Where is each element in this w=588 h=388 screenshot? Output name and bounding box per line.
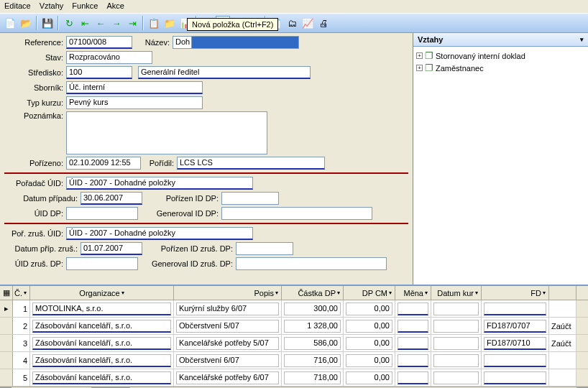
- save-icon[interactable]: 💾: [40, 16, 55, 30]
- poridil-input[interactable]: LCS LCS: [177, 157, 325, 170]
- new-icon[interactable]: 📄: [3, 16, 17, 30]
- porizrus-input[interactable]: [236, 242, 293, 255]
- cell-mena[interactable]: [395, 352, 431, 369]
- porizen-input[interactable]: [221, 192, 279, 205]
- col-mena[interactable]: Měna▾: [395, 286, 431, 300]
- datzrus-input[interactable]: 01.07.2007: [81, 242, 142, 255]
- menu-funkce[interactable]: Funkce: [72, 1, 98, 11]
- refresh-icon[interactable]: ↻: [62, 16, 76, 30]
- stredisko-text[interactable]: Generální ředitel: [138, 66, 311, 79]
- grid-scroll-up[interactable]: [576, 286, 588, 300]
- cell-org[interactable]: Zásobování kanceláří, s.r.o.: [30, 352, 174, 369]
- gen-input[interactable]: [221, 207, 372, 220]
- cell-mena[interactable]: [395, 335, 431, 351]
- print-icon[interactable]: 🖨: [316, 16, 331, 30]
- cell-fd[interactable]: [482, 352, 549, 369]
- prev-icon[interactable]: ←: [93, 16, 108, 30]
- cell-datk[interactable]: [431, 318, 482, 334]
- uiddp-input[interactable]: [66, 207, 138, 220]
- cell-org[interactable]: Zásobování kanceláří, s.r.o.: [30, 318, 174, 334]
- cell-mena[interactable]: [395, 369, 431, 386]
- row-handle[interactable]: [0, 369, 13, 386]
- table-row[interactable]: 4Zásobování kanceláří, s.r.o.Občerstvení…: [0, 352, 588, 369]
- chart2-icon[interactable]: 📈: [300, 16, 315, 30]
- cell-castka[interactable]: 1 328,00: [282, 318, 344, 334]
- cell-fd[interactable]: FD187/0710: [482, 335, 549, 351]
- next-icon[interactable]: →: [109, 16, 124, 30]
- cell-dpcm[interactable]: 0,00: [344, 318, 395, 334]
- cell-castka[interactable]: 718,00: [282, 369, 344, 386]
- cell-castka[interactable]: 586,00: [282, 335, 344, 351]
- col-dpcm[interactable]: DP CM▾: [344, 286, 395, 300]
- cell-datk[interactable]: [431, 352, 482, 369]
- cell-datk[interactable]: [431, 335, 482, 351]
- folder-icon[interactable]: 📁: [162, 16, 177, 30]
- paste-icon[interactable]: 📋: [147, 16, 161, 30]
- nazev-input-selected[interactable]: [191, 36, 299, 49]
- col-datk[interactable]: Datum kur▾: [431, 286, 482, 300]
- table-row[interactable]: ▸1MOTOLINKA, s.r.o.Kurýrní služby 6/0730…: [0, 300, 588, 318]
- col-popis[interactable]: Popis▾: [174, 286, 282, 300]
- row-handle[interactable]: [0, 352, 13, 369]
- cell-org[interactable]: Zásobování kanceláří, s.r.o.: [30, 335, 174, 351]
- cell-dpcm[interactable]: 0,00: [344, 369, 395, 386]
- genzrus-input[interactable]: [236, 257, 387, 270]
- sbornik-input[interactable]: Úč. interní: [66, 81, 203, 94]
- porzrus-input[interactable]: ÚID - 2007 - Dohadné položky: [66, 227, 253, 240]
- cell-dpcm[interactable]: 0,00: [344, 335, 395, 351]
- poznamka-input[interactable]: [66, 111, 267, 154]
- cell-datk[interactable]: [431, 369, 482, 386]
- expand-icon[interactable]: +: [416, 65, 423, 71]
- chevron-down-icon[interactable]: ▾: [580, 36, 584, 43]
- folder2-icon[interactable]: 🗂: [285, 16, 299, 30]
- col-fd[interactable]: FD▾: [482, 286, 549, 300]
- cell-popis[interactable]: Občerstvení 5/07: [174, 318, 282, 334]
- tree-item-zamest[interactable]: + ❐ Zaměstnanec: [416, 62, 585, 74]
- cell-popis[interactable]: Kancelářské potřeby 5/07: [174, 335, 282, 351]
- cell-castka[interactable]: 716,00: [282, 352, 344, 369]
- menu-vztahy[interactable]: Vztahy: [40, 1, 64, 11]
- menu-akce[interactable]: Akce: [106, 1, 124, 11]
- table-row[interactable]: 5Zásobování kanceláří, s.r.o.Kancelářské…: [0, 369, 588, 387]
- stav-input[interactable]: Rozpracováno: [66, 51, 152, 64]
- col-extra[interactable]: [549, 286, 576, 300]
- porizeno-input[interactable]: 02.10.2009 12:55: [66, 157, 141, 170]
- cell-popis[interactable]: Občerstvení 6/07: [174, 352, 282, 369]
- cell-fd[interactable]: [482, 300, 549, 317]
- cell-castka[interactable]: 300,00: [282, 300, 344, 317]
- cell-mena[interactable]: [395, 300, 431, 317]
- typkurzu-input[interactable]: Pevný kurs: [66, 96, 203, 109]
- cell-dpcm[interactable]: 0,00: [344, 352, 395, 369]
- row-handle[interactable]: [0, 335, 13, 351]
- reference-input[interactable]: 07100/008: [66, 36, 132, 49]
- expand-icon[interactable]: +: [416, 52, 423, 59]
- first-icon[interactable]: ⇤: [78, 16, 92, 30]
- datpr-input[interactable]: 30.06.2007: [81, 192, 142, 205]
- last-icon[interactable]: ⇥: [125, 16, 139, 30]
- col-org[interactable]: Organizace▾: [30, 286, 174, 300]
- cell-mena[interactable]: [395, 318, 431, 334]
- col-num[interactable]: Č.▾: [13, 286, 30, 300]
- cell-fd[interactable]: FD187/0707: [482, 318, 549, 334]
- grid-corner[interactable]: ▦: [0, 286, 13, 300]
- table-row[interactable]: 3Zásobování kanceláří, s.r.o.Kancelářské…: [0, 335, 588, 352]
- row-handle[interactable]: ▸: [0, 300, 13, 317]
- cell-popis[interactable]: Kancelářské potřeby 6/07: [174, 369, 282, 386]
- cell-fd[interactable]: [482, 369, 549, 386]
- cell-datk[interactable]: [431, 300, 482, 317]
- open-icon[interactable]: 📂: [19, 16, 33, 30]
- relations-header[interactable]: Vztahy ▾: [413, 33, 588, 47]
- nazev-input-pre[interactable]: Doh: [173, 36, 191, 49]
- poradac-input[interactable]: ÚID - 2007 - Dohadné položky: [66, 177, 253, 190]
- cell-popis[interactable]: Kurýrní služby 6/07: [174, 300, 282, 317]
- cell-org[interactable]: MOTOLINKA, s.r.o.: [30, 300, 174, 317]
- table-row[interactable]: 2Zásobování kanceláří, s.r.o.Občerstvení…: [0, 318, 588, 335]
- menu-editace[interactable]: Editace: [4, 1, 31, 11]
- tree-item-storno[interactable]: + ❐ Stornovaný interní doklad: [416, 50, 585, 62]
- stredisko-input[interactable]: 100: [66, 66, 132, 79]
- row-handle[interactable]: [0, 318, 13, 334]
- uidzrus-input[interactable]: [66, 257, 138, 270]
- col-castka[interactable]: Částka DP▾: [282, 286, 344, 300]
- cell-dpcm[interactable]: 0,00: [344, 300, 395, 317]
- cell-org[interactable]: Zásobování kanceláří, s.r.o.: [30, 369, 174, 386]
